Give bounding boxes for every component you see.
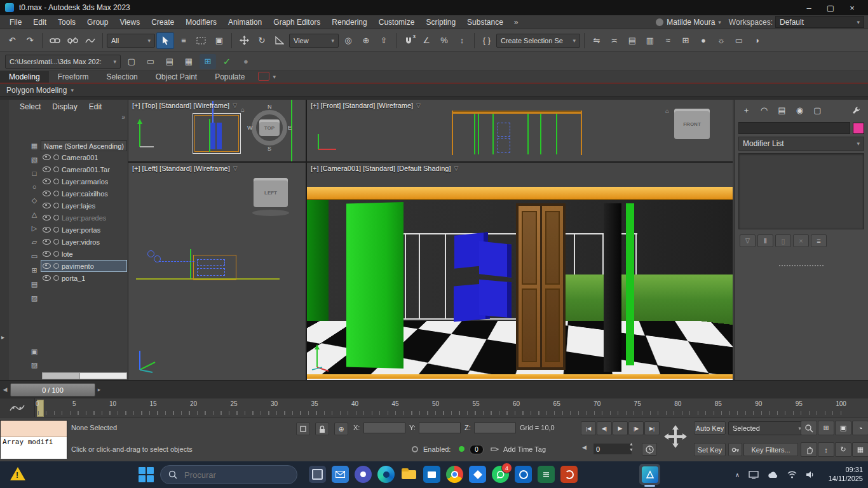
hierarchy-tab-icon[interactable]: ▤ [774, 103, 790, 118]
left-viewport-label[interactable]: [+] [Left] [Standard] [Wireframe] [132, 165, 230, 172]
keyboard-shortcut-override-icon[interactable]: ⇧ [376, 33, 392, 48]
explorer-row[interactable]: Camera001.Tar [41, 163, 127, 175]
menu-item[interactable]: Edit [27, 18, 52, 27]
top-viewport[interactable]: [+] [Top] [Standard] [Wireframe]▽ N W S … [128, 100, 306, 161]
taskbar-search[interactable] [160, 465, 297, 484]
explorer-row[interactable]: Layer:portas [41, 224, 127, 236]
ribbon-tab-object-paint[interactable]: Object Paint [147, 71, 206, 83]
remove-modifier-icon[interactable]: × [793, 234, 809, 247]
select-and-scale-icon[interactable] [271, 33, 288, 48]
y-coordinate-field[interactable] [419, 423, 461, 433]
configure-modifier-sets-icon[interactable]: ≡ [811, 234, 827, 247]
explorer-filter-icon[interactable]: □ [32, 170, 37, 177]
start-button[interactable] [139, 467, 154, 482]
create-tab-icon[interactable]: + [738, 103, 754, 118]
menu-item[interactable]: Scripting [420, 18, 461, 27]
percent-snap-icon[interactable]: % [436, 33, 452, 48]
per-view-filter-icon[interactable]: ▽ [454, 165, 458, 172]
per-view-filter-icon[interactable]: ▽ [416, 102, 421, 109]
viewcube-top-face[interactable]: TOP [259, 119, 280, 136]
make-unique-icon[interactable]: ▯ [775, 234, 791, 247]
ribbon-tab-populate[interactable]: Populate [206, 71, 254, 83]
select-and-manipulate-icon[interactable]: ⊕ [358, 33, 374, 48]
modifier-stack-box[interactable] [738, 153, 864, 229]
key-filters-button[interactable]: Key Filters... [743, 443, 798, 456]
selection-filter-dropdown[interactable]: All▾ [107, 34, 155, 48]
frozen-dot-icon[interactable] [53, 263, 59, 269]
save-scene-as-icon[interactable]: ▦ [180, 54, 197, 69]
select-by-name-icon[interactable]: ≡ [175, 33, 192, 48]
visibility-eye-icon[interactable] [43, 191, 51, 196]
chrome-icon[interactable] [446, 466, 463, 483]
previous-key-icon[interactable]: ◀ [582, 444, 587, 451]
set-key-icon[interactable] [728, 443, 742, 456]
frozen-dot-icon[interactable] [53, 215, 59, 220]
explorer-row[interactable]: Layer:paredes [41, 212, 127, 224]
onedrive-cloud-icon[interactable] [768, 471, 778, 478]
taskbar-clock[interactable]: 09:31 14/11/2025 [829, 465, 863, 483]
visibility-eye-icon[interactable] [43, 275, 51, 281]
unlink-selection-icon[interactable] [64, 33, 81, 48]
minimize-button[interactable]: – [798, 3, 820, 13]
angle-snap-icon[interactable]: ∠ [418, 33, 435, 48]
explorer-filter-icon[interactable]: ○ [32, 183, 37, 191]
photos-icon[interactable] [469, 466, 486, 483]
named-selection-sets-dropdown[interactable]: Create Selection Se▾ [496, 34, 580, 48]
frozen-dot-icon[interactable] [53, 166, 59, 172]
menu-item[interactable]: Create [146, 18, 180, 27]
set-key-button[interactable]: Set Key [694, 443, 726, 456]
current-frame-spinner[interactable] [593, 444, 632, 454]
polygon-modeling-label[interactable]: Polygon Modeling [6, 86, 67, 95]
data-channel-icon[interactable]: ⊞ [200, 54, 216, 69]
notification-warning-icon[interactable]: ! [10, 467, 25, 480]
signed-in-user-menu[interactable]: Matilde Moura▾ [651, 18, 726, 27]
time-slider-prev-button[interactable]: ◀ [1, 385, 9, 394]
open-scene-icon[interactable]: ▭ [142, 54, 159, 69]
visibility-eye-icon[interactable] [43, 166, 51, 172]
visibility-eye-icon[interactable] [43, 263, 51, 269]
toggle-scene-explorer-icon[interactable]: ▤ [624, 33, 641, 48]
edge-icon[interactable] [377, 466, 395, 483]
time-slider-thumb[interactable]: 0 / 100 [10, 383, 95, 396]
volume-icon[interactable] [806, 471, 815, 478]
next-frame-button[interactable]: |▶ [628, 421, 644, 435]
ribbon-options-chevron-icon[interactable]: ▾ [273, 74, 276, 80]
pin-stack-icon[interactable]: ∇ [740, 234, 756, 247]
ribbon-tab-freeform[interactable]: Freeform [49, 71, 98, 83]
select-and-rotate-icon[interactable]: ↻ [254, 33, 270, 48]
explorer-tool-icon[interactable]: ▨ [31, 361, 37, 369]
compass-north-label[interactable]: N [268, 104, 272, 110]
go-to-end-button[interactable]: ▶| [644, 421, 660, 435]
excel-icon[interactable] [538, 466, 555, 483]
render-production-icon[interactable]: ◑ [749, 33, 765, 48]
selection-lock-icon[interactable] [315, 423, 329, 435]
explorer-filter-icon[interactable]: ⊞ [31, 266, 37, 274]
orbit-camera-icon[interactable]: ↻ [835, 442, 851, 457]
viewcube-compass[interactable]: N W S E TOP ⌂ [247, 104, 292, 152]
compass-east-label[interactable]: E [288, 125, 292, 131]
ribbon-tab-selection[interactable]: Selection [97, 71, 146, 83]
macro-recorder-pane[interactable] [1, 421, 67, 437]
enabled-toggle-pill[interactable]: 0 [470, 445, 484, 454]
spherical-environment-icon[interactable]: ● [238, 54, 254, 69]
teams-icon[interactable] [355, 466, 372, 483]
explorer-horizontal-scrollbar[interactable] [42, 372, 127, 379]
edit-named-selection-sets-icon[interactable]: { } [478, 33, 495, 48]
explorer-tool-icon[interactable]: ▣ [31, 348, 37, 356]
explorer-menu-item[interactable]: Select [15, 102, 45, 111]
explorer-filter-icon[interactable]: ◇ [32, 196, 37, 205]
frozen-dot-icon[interactable] [53, 251, 59, 257]
explorer-filter-icon[interactable]: ▭ [31, 252, 37, 261]
go-to-start-button[interactable]: |◀ [581, 421, 596, 435]
spinner-up-icon[interactable]: ▲ [629, 442, 634, 446]
save-scene-icon[interactable]: ▤ [161, 54, 178, 69]
menu-item[interactable]: Animation [222, 18, 268, 27]
auto-key-button[interactable]: Auto Key [694, 421, 726, 435]
object-name-field[interactable] [738, 122, 850, 134]
menu-item[interactable]: Substance [461, 18, 509, 27]
project-folder-dropdown[interactable]: C:\Users\mati...\3ds Max 202:▾ [5, 55, 121, 69]
visibility-eye-icon[interactable] [43, 239, 51, 245]
visibility-eye-icon[interactable] [43, 179, 51, 184]
outlook-icon[interactable] [515, 466, 532, 483]
menu-item[interactable]: File [4, 18, 27, 27]
